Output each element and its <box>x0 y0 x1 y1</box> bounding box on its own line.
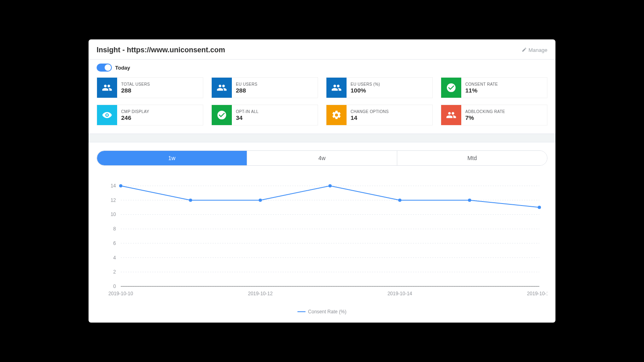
series-point <box>189 199 192 202</box>
stats-grid: TOTAL USERS288EU USERS288EU USERS (%)100… <box>89 77 555 134</box>
series-point <box>259 199 262 202</box>
users-icon <box>97 78 117 98</box>
series-point <box>538 206 541 209</box>
page-header: Insight - https://www.uniconsent.com Man… <box>89 39 555 60</box>
stat-body: EU USERS288 <box>232 78 262 98</box>
stat-body: EU USERS (%)100% <box>347 78 384 98</box>
y-tick-label: 8 <box>113 226 116 232</box>
stat-label: CHANGE OPTIONS <box>351 109 389 114</box>
chart-legend: Consent Rate (%) <box>97 309 547 315</box>
stat-card: EU USERS (%)100% <box>326 77 433 98</box>
stat-body: TOTAL USERS288 <box>117 78 154 98</box>
stat-body: CMP DISPLAY246 <box>117 105 153 125</box>
chart-canvas: 024681012142019-10-102019-10-122019-10-1… <box>97 178 547 306</box>
chart-section: 1w4wMtd 024681012142019-10-102019-10-122… <box>89 142 555 323</box>
y-tick-label: 2 <box>113 269 116 275</box>
stat-value: 288 <box>236 87 258 94</box>
period-tabs: 1w4wMtd <box>97 150 547 166</box>
stat-label: CMP DISPLAY <box>121 109 149 114</box>
tab-1w[interactable]: 1w <box>97 151 247 165</box>
stat-card: CHANGE OPTIONS14 <box>326 105 433 125</box>
app-window: Insight - https://www.uniconsent.com Man… <box>89 39 555 323</box>
stat-card: EU USERS288 <box>211 77 318 98</box>
y-tick-label: 14 <box>111 183 116 189</box>
cogs-icon <box>326 105 347 125</box>
users-icon <box>441 105 461 125</box>
users-icon <box>212 78 232 98</box>
stat-card: CMP DISPLAY246 <box>97 105 203 125</box>
stat-body: ADBLOCKING RATE7% <box>461 105 509 125</box>
stat-value: 14 <box>351 114 389 121</box>
page-title: Insight - https://www.uniconsent.com <box>97 46 225 54</box>
x-tick-label: 2019-10-10 <box>108 291 133 296</box>
stat-label: CONSENT RATE <box>465 82 498 86</box>
today-label: Today <box>115 65 130 71</box>
check-icon <box>441 78 461 98</box>
tab-4w[interactable]: 4w <box>247 151 397 165</box>
series-point <box>468 199 471 202</box>
y-tick-label: 4 <box>113 255 116 261</box>
stat-card: TOTAL USERS288 <box>97 77 203 98</box>
stat-label: EU USERS <box>236 82 258 86</box>
stat-value: 100% <box>351 87 380 94</box>
stat-body: CHANGE OPTIONS14 <box>347 105 393 125</box>
legend-line-icon <box>297 311 305 312</box>
y-tick-label: 10 <box>111 212 116 217</box>
series-point <box>119 184 122 187</box>
stat-card: OPT-IN ALL34 <box>211 105 318 125</box>
sub-header: Today <box>89 60 555 77</box>
y-tick-label: 12 <box>111 197 116 203</box>
manage-link[interactable]: Manage <box>522 47 547 53</box>
section-divider <box>89 134 555 142</box>
series-point <box>328 184 332 187</box>
today-toggle[interactable] <box>97 64 112 72</box>
stat-label: OPT-IN ALL <box>236 109 258 114</box>
legend-label: Consent Rate (%) <box>308 309 346 315</box>
x-tick-label: 2019-10-14 <box>388 291 413 296</box>
check-icon <box>212 105 232 125</box>
edit-icon <box>522 47 527 53</box>
stat-label: ADBLOCKING RATE <box>465 109 505 114</box>
stat-card: ADBLOCKING RATE7% <box>441 105 547 125</box>
tab-mtd[interactable]: Mtd <box>397 151 547 165</box>
stat-label: TOTAL USERS <box>121 82 150 86</box>
stat-card: CONSENT RATE11% <box>441 77 547 98</box>
stat-body: CONSENT RATE11% <box>461 78 502 98</box>
stat-label: EU USERS (%) <box>351 82 380 86</box>
y-tick-label: 0 <box>113 284 116 289</box>
x-tick-label: 2019-10-12 <box>248 291 273 296</box>
eye-icon <box>97 105 117 125</box>
stat-value: 246 <box>121 114 149 121</box>
stat-value: 34 <box>236 114 258 121</box>
stat-value: 288 <box>121 87 150 94</box>
x-tick-label: 2019-10-16 <box>527 291 547 296</box>
y-tick-label: 6 <box>113 241 116 246</box>
users-icon <box>326 78 347 98</box>
stat-body: OPT-IN ALL34 <box>232 105 262 125</box>
stat-value: 7% <box>465 114 505 121</box>
series-line <box>121 186 539 208</box>
series-point <box>398 199 401 202</box>
stat-value: 11% <box>465 87 498 94</box>
manage-label: Manage <box>528 47 547 53</box>
